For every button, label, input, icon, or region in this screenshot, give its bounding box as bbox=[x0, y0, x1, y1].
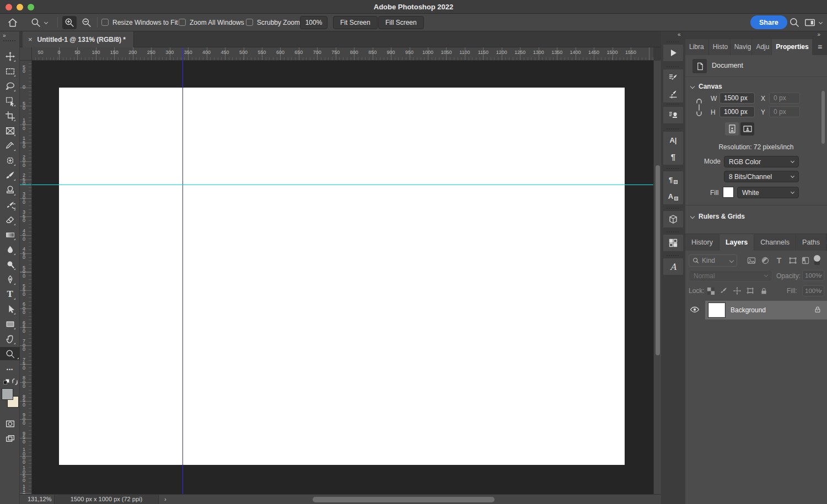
tool-clone-stamp[interactable] bbox=[3, 183, 17, 197]
tab-navigator[interactable]: Navig bbox=[731, 39, 752, 55]
properties-scrollbar-thumb[interactable] bbox=[821, 91, 825, 144]
horizontal-guide[interactable] bbox=[32, 185, 653, 185]
layer-lock-icon[interactable] bbox=[814, 306, 821, 315]
horizontal-scrollbar-thumb[interactable] bbox=[313, 497, 495, 502]
drag-grip[interactable] bbox=[667, 168, 680, 169]
tool-rectangle-shape[interactable] bbox=[3, 317, 17, 330]
brush-settings-panel-button[interactable] bbox=[663, 69, 683, 86]
tool-brush[interactable] bbox=[3, 169, 17, 182]
landscape-orientation-button[interactable] bbox=[740, 122, 754, 136]
tool-edit-toolbar[interactable]: ••• bbox=[3, 363, 17, 376]
horizontal-ruler[interactable]: 5005010015020025030035040045050055060065… bbox=[32, 47, 653, 61]
fill-screen-button[interactable]: Fill Screen bbox=[378, 16, 424, 29]
canvas-viewport[interactable] bbox=[32, 61, 653, 494]
canvas[interactable] bbox=[59, 88, 625, 465]
tab-adjustments[interactable]: Adju bbox=[752, 39, 771, 55]
tool-move[interactable] bbox=[3, 50, 17, 63]
filter-smart-objects-icon[interactable] bbox=[800, 255, 811, 266]
link-dimensions-icon[interactable] bbox=[695, 98, 703, 117]
zoom-out-button[interactable] bbox=[79, 14, 94, 31]
fill-color-swatch[interactable] bbox=[723, 187, 734, 198]
tool-lasso[interactable] bbox=[3, 79, 17, 93]
character-panel-button[interactable]: A| bbox=[663, 132, 683, 148]
zoom-in-button[interactable] bbox=[62, 16, 77, 29]
zoom-tool-preset[interactable] bbox=[29, 14, 47, 31]
character-styles-panel-button[interactable]: A bbox=[663, 188, 683, 204]
bit-depth-dropdown[interactable]: 8 Bits/Channel bbox=[724, 171, 799, 182]
close-tab-icon[interactable]: × bbox=[28, 35, 33, 44]
filter-type-layers-icon[interactable]: T bbox=[774, 255, 785, 266]
x-field[interactable]: 0 px bbox=[769, 93, 800, 104]
materials-panel-button[interactable] bbox=[663, 211, 683, 227]
lock-all-icon[interactable] bbox=[758, 285, 769, 296]
layer-thumbnail[interactable] bbox=[708, 303, 725, 317]
tool-pen[interactable] bbox=[3, 273, 17, 286]
tool-path-selection[interactable] bbox=[3, 302, 17, 316]
tab-histogram[interactable]: Histo bbox=[709, 39, 730, 55]
resize-windows-checkbox[interactable]: Resize Windows to Fit bbox=[101, 14, 178, 31]
brushes-panel-button[interactable] bbox=[663, 86, 683, 102]
screen-mode-button[interactable] bbox=[3, 432, 17, 445]
panel-menu-icon[interactable]: ≡ bbox=[813, 39, 827, 55]
tool-type[interactable]: T bbox=[3, 288, 17, 301]
drag-grip[interactable] bbox=[667, 255, 680, 256]
portrait-orientation-button[interactable] bbox=[725, 122, 739, 136]
blend-mode-dropdown[interactable]: Normal bbox=[689, 270, 772, 281]
drag-grip[interactable] bbox=[667, 66, 680, 67]
tool-hand[interactable] bbox=[3, 332, 17, 345]
tool-eraser[interactable] bbox=[3, 213, 17, 226]
layer-name[interactable]: Background bbox=[731, 306, 766, 314]
vertical-ruler[interactable]: 1005005010015020025030035040045050055060… bbox=[20, 61, 32, 494]
tool-dodge[interactable] bbox=[3, 258, 17, 271]
collapse-panels-icon[interactable]: « bbox=[678, 31, 681, 37]
expand-panels-icon[interactable]: » bbox=[817, 31, 820, 37]
drag-grip[interactable] bbox=[667, 128, 680, 129]
home-button[interactable] bbox=[6, 14, 20, 31]
tab-history[interactable]: History bbox=[685, 234, 719, 251]
vertical-guide[interactable] bbox=[182, 61, 183, 494]
tool-zoom[interactable] bbox=[0, 347, 20, 360]
vertical-scrollbar-thumb[interactable] bbox=[656, 165, 660, 355]
vertical-scrollbar[interactable] bbox=[653, 61, 661, 494]
scrubby-zoom-checkbox[interactable]: Scrubby Zoom bbox=[246, 14, 300, 31]
tool-object-selection[interactable] bbox=[3, 94, 17, 107]
tool-crop[interactable] bbox=[3, 109, 17, 122]
quick-mask-button[interactable] bbox=[3, 417, 17, 430]
tool-eyedropper[interactable] bbox=[3, 139, 17, 152]
drag-grip[interactable] bbox=[3, 40, 17, 41]
actions-panel-button[interactable] bbox=[663, 45, 683, 61]
drag-grip[interactable] bbox=[667, 41, 680, 42]
share-button[interactable]: Share bbox=[750, 15, 787, 29]
patterns-panel-button[interactable] bbox=[663, 235, 683, 251]
zoom-percent-field[interactable]: 100% bbox=[300, 16, 327, 29]
layer-visibility-eye-icon[interactable] bbox=[690, 305, 701, 315]
lock-artboard-icon[interactable] bbox=[745, 285, 756, 296]
tool-gradient[interactable] bbox=[3, 228, 17, 241]
glyphs-panel-button[interactable]: A bbox=[663, 258, 683, 275]
fill-field[interactable]: 100% bbox=[802, 285, 824, 296]
filter-pixel-layers-icon[interactable] bbox=[746, 255, 757, 266]
filter-adjustment-layers-icon[interactable] bbox=[760, 255, 771, 266]
drag-grip[interactable] bbox=[667, 104, 680, 105]
tool-history-brush[interactable] bbox=[3, 198, 17, 212]
search-button[interactable] bbox=[787, 14, 802, 31]
swap-colors-button[interactable] bbox=[11, 378, 19, 387]
status-options-chevron[interactable]: › bbox=[164, 496, 167, 502]
tool-blur[interactable] bbox=[3, 243, 17, 256]
opacity-field[interactable]: 100% bbox=[802, 270, 824, 281]
fit-screen-button[interactable]: Fit Screen bbox=[333, 16, 378, 29]
filter-shape-layers-icon[interactable] bbox=[787, 255, 798, 266]
ruler-origin-corner[interactable] bbox=[20, 47, 32, 61]
drag-grip[interactable] bbox=[667, 208, 680, 209]
foreground-color-swatch[interactable] bbox=[2, 388, 13, 400]
tab-libraries[interactable]: Libra bbox=[685, 39, 708, 55]
collapse-tools-icon[interactable]: » bbox=[3, 32, 6, 39]
lock-pixels-icon[interactable] bbox=[718, 285, 729, 296]
tab-paths[interactable]: Paths bbox=[796, 234, 826, 251]
tool-spot-healing-brush[interactable] bbox=[3, 154, 17, 167]
clone-source-panel-button[interactable] bbox=[663, 107, 683, 123]
width-field[interactable]: 1500 px bbox=[719, 93, 755, 104]
workspace-switcher[interactable] bbox=[803, 14, 822, 31]
rulers-grids-section-header[interactable]: Rulers & Grids bbox=[691, 213, 745, 220]
layer-filter-toggle[interactable] bbox=[814, 255, 820, 265]
